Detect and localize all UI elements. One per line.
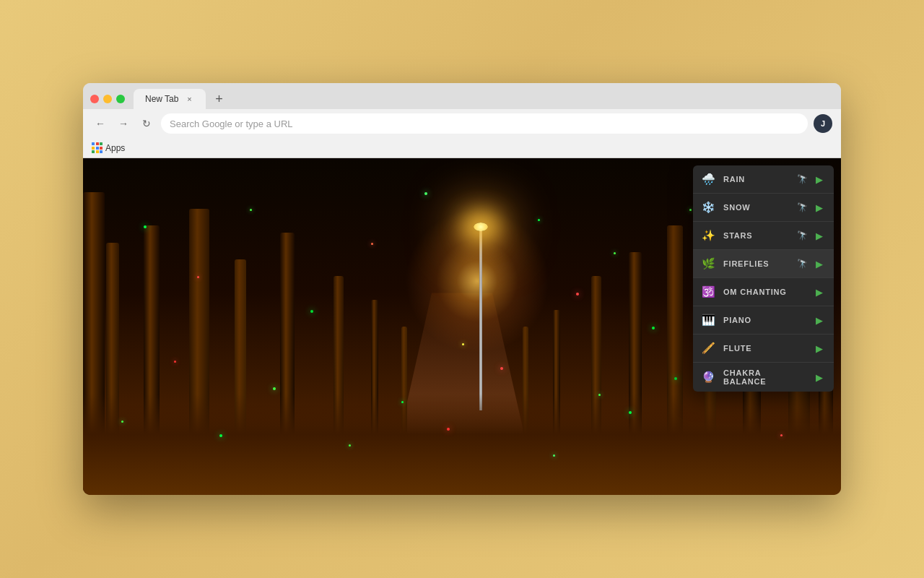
stars-play-btn[interactable]: ▶ (812, 228, 827, 243)
rain-play-btn[interactable]: ▶ (812, 172, 827, 186)
back-button[interactable]: ← (92, 115, 109, 132)
firefly (197, 276, 199, 278)
firefly (349, 444, 351, 447)
browser-window: New Tab × + ← → ↻ Search Google or type … (83, 83, 841, 495)
snow-play-btn[interactable]: ▶ (812, 200, 827, 215)
firefly (538, 219, 540, 221)
om-chanting-label: OM CHANTING (723, 288, 805, 296)
firefly (689, 209, 692, 211)
rain-scope-btn[interactable]: 🔭 (795, 172, 809, 186)
chakra-balance-actions: ▶ (812, 370, 827, 384)
fireflies-scope-btn[interactable]: 🔭 (795, 256, 809, 271)
firefly (401, 401, 404, 403)
browser-chrome: New Tab × + ← → ↻ Search Google or type … (83, 83, 841, 158)
menu-item-piano[interactable]: 🎹 PIANO ▶ (693, 306, 834, 335)
firefly (273, 387, 276, 390)
chakra-balance-icon: 🔮 (700, 369, 716, 385)
flute-icon: 🪈 (700, 340, 716, 356)
om-chanting-icon: 🕉️ (700, 284, 716, 300)
ground (83, 394, 841, 495)
snow-scope-btn[interactable]: 🔭 (795, 200, 809, 215)
dropdown-menu: 🌧️ RAIN 🔭 ▶ ❄️ SNOW 🔭 ▶ ✨ STARS 🔭 ▶ 🌿 FI… (693, 165, 834, 392)
menu-item-fireflies[interactable]: 🌿 FIREFLIES 🔭 ▶ (693, 250, 834, 278)
maximize-button[interactable] (116, 95, 125, 103)
firefly (250, 209, 252, 211)
menu-item-snow[interactable]: ❄️ SNOW 🔭 ▶ (693, 194, 834, 222)
close-button[interactable] (90, 95, 99, 103)
profile-button[interactable]: J (814, 114, 832, 133)
flute-label: FLUTE (723, 344, 805, 353)
om-chanting-actions: ▶ (812, 285, 827, 299)
firefly (576, 293, 579, 296)
menu-item-stars[interactable]: ✨ STARS 🔭 ▶ (693, 222, 834, 250)
flute-play-btn[interactable]: ▶ (812, 341, 827, 355)
fireflies-icon: 🌿 (700, 256, 716, 272)
rain-actions: 🔭 ▶ (795, 172, 827, 186)
chakra-balance-play-btn[interactable]: ▶ (812, 370, 827, 384)
stars-icon: ✨ (700, 228, 716, 243)
chakra-balance-label: CHAKRA BALANCE (723, 368, 805, 386)
firefly (424, 192, 427, 195)
browser-tab[interactable]: New Tab × (134, 89, 206, 109)
nav-bar: ← → ↻ Search Google or type a URL J (83, 109, 841, 138)
address-placeholder: Search Google or type a URL (170, 118, 293, 129)
piano-actions: ▶ (812, 313, 827, 327)
om-chanting-play-btn[interactable]: ▶ (812, 285, 827, 299)
apps-label[interactable]: Apps (105, 143, 125, 153)
menu-item-chakra-balance[interactable]: 🔮 CHAKRA BALANCE ▶ (693, 363, 834, 392)
firefly (500, 367, 503, 370)
firefly (310, 310, 313, 313)
rain-icon: 🌧️ (700, 171, 716, 187)
piano-play-btn[interactable]: ▶ (812, 313, 827, 327)
flute-actions: ▶ (812, 341, 827, 355)
new-tab-button[interactable]: + (209, 89, 229, 109)
address-bar[interactable]: Search Google or type a URL (161, 113, 808, 134)
stars-scope-btn[interactable]: 🔭 (795, 228, 809, 243)
traffic-lights (90, 95, 125, 103)
tab-title: New Tab (145, 94, 178, 104)
firefly (629, 411, 632, 414)
page-content: 🌧️ RAIN 🔭 ▶ ❄️ SNOW 🔭 ▶ ✨ STARS 🔭 ▶ 🌿 FI… (83, 158, 841, 495)
piano-icon: 🎹 (700, 312, 716, 328)
menu-item-rain[interactable]: 🌧️ RAIN 🔭 ▶ (693, 165, 834, 194)
fireflies-actions: 🔭 ▶ (795, 256, 827, 271)
fireflies-label: FIREFLIES (723, 259, 788, 268)
snow-label: SNOW (723, 203, 788, 212)
bookmarks-bar: Apps (83, 138, 841, 158)
reload-button[interactable]: ↻ (138, 115, 155, 132)
piano-label: PIANO (723, 316, 805, 324)
rain-label: RAIN (723, 175, 788, 184)
minimize-button[interactable] (103, 95, 112, 103)
tab-close-button[interactable]: × (184, 94, 194, 104)
menu-item-flute[interactable]: 🪈 FLUTE ▶ (693, 335, 834, 363)
firefly (674, 377, 677, 380)
firefly (652, 327, 655, 329)
snow-icon: ❄️ (700, 199, 716, 215)
tab-bar: New Tab × + (83, 83, 841, 109)
stars-label: STARS (723, 231, 788, 240)
snow-actions: 🔭 ▶ (795, 200, 827, 215)
firefly (371, 243, 373, 245)
firefly (174, 361, 176, 363)
apps-icon (92, 142, 103, 153)
stars-actions: 🔭 ▶ (795, 228, 827, 243)
fireflies-play-btn[interactable]: ▶ (812, 256, 827, 271)
menu-item-om-chanting[interactable]: 🕉️ OM CHANTING ▶ (693, 278, 834, 306)
forward-button[interactable]: → (115, 115, 132, 132)
firefly (447, 428, 450, 431)
